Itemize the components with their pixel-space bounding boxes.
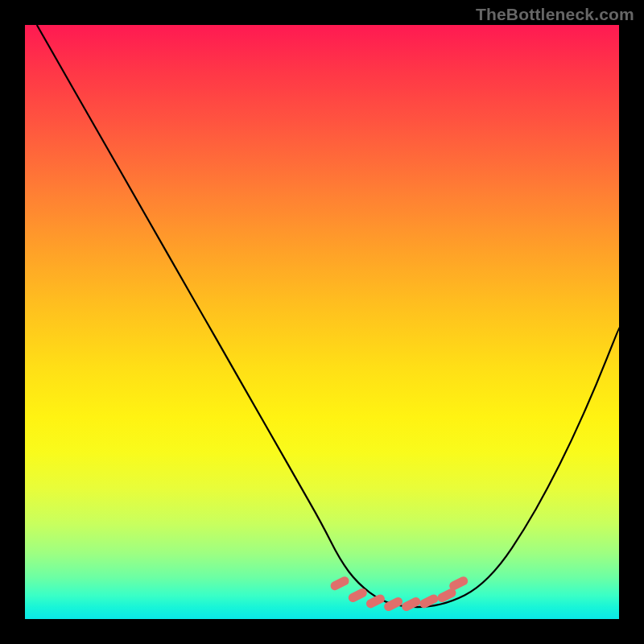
svg-line-6 [442, 593, 452, 598]
svg-line-1 [353, 593, 362, 598]
bottleneck-curve [37, 25, 619, 607]
chart-svg [25, 25, 619, 619]
chart-frame: TheBottleneck.com [0, 0, 644, 644]
svg-line-0 [335, 581, 345, 586]
watermark-text: TheBottleneck.com [476, 5, 634, 24]
svg-line-4 [407, 602, 416, 607]
plot-area [25, 25, 619, 619]
svg-line-5 [424, 599, 434, 604]
svg-line-7 [454, 581, 464, 586]
svg-line-2 [370, 599, 380, 604]
svg-line-3 [389, 602, 398, 607]
